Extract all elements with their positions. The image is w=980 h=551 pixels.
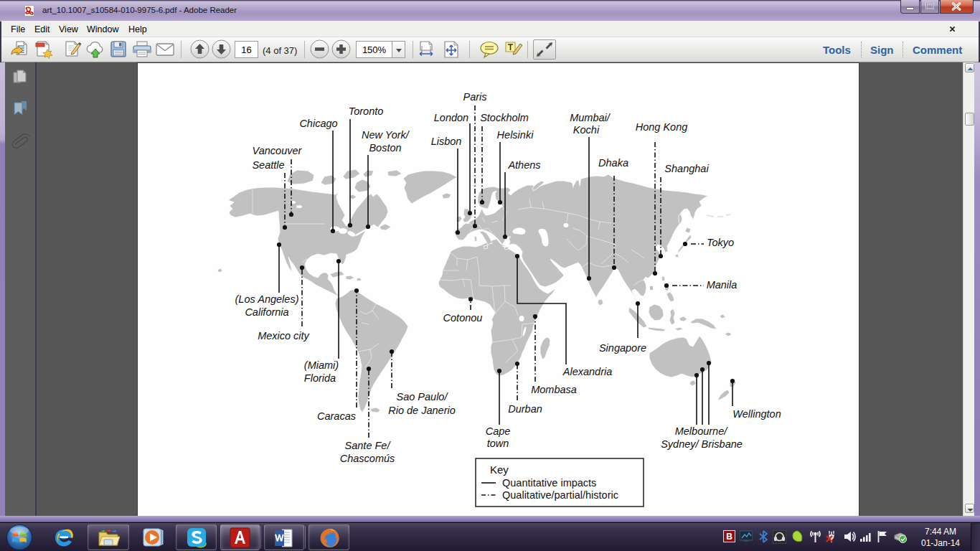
svg-text:Chicago: Chicago xyxy=(299,118,337,129)
svg-text:Qualitative/partial/historic: Qualitative/partial/historic xyxy=(502,489,618,501)
svg-text:New York/: New York/ xyxy=(362,129,410,141)
svg-text:Helsinki: Helsinki xyxy=(497,129,534,141)
svg-text:Vancouver: Vancouver xyxy=(253,145,303,156)
svg-text:Mexico city: Mexico city xyxy=(258,330,309,342)
svg-text:Chascomús: Chascomús xyxy=(340,453,395,464)
svg-text:Mumbai/: Mumbai/ xyxy=(570,112,611,123)
svg-text:Alexandria: Alexandria xyxy=(562,366,613,377)
svg-text:Toronto: Toronto xyxy=(349,105,384,117)
svg-text:Rio de Janerio: Rio de Janerio xyxy=(388,405,456,416)
svg-text:Manila: Manila xyxy=(707,279,738,291)
svg-text:Dhaka: Dhaka xyxy=(598,157,628,169)
svg-text:Lisbon: Lisbon xyxy=(431,136,462,147)
svg-text:Wellington: Wellington xyxy=(732,408,781,420)
svg-text:(Miami): (Miami) xyxy=(304,359,339,371)
svg-text:Sydney/ Brisbane: Sydney/ Brisbane xyxy=(661,438,743,450)
svg-text:Singapore: Singapore xyxy=(599,342,646,354)
svg-text:B: B xyxy=(726,532,732,542)
svg-text:Athens: Athens xyxy=(507,159,540,171)
svg-text:Cape: Cape xyxy=(486,425,511,437)
svg-text:Paris: Paris xyxy=(463,91,486,103)
svg-text:Tokyo: Tokyo xyxy=(707,237,734,248)
svg-text:Mombasa: Mombasa xyxy=(531,384,577,395)
svg-text:Quantitative impacts: Quantitative impacts xyxy=(502,477,596,489)
svg-text:London: London xyxy=(434,112,468,123)
svg-text:Durban: Durban xyxy=(508,403,542,415)
svg-text:Florida: Florida xyxy=(304,372,336,384)
svg-text:town: town xyxy=(487,438,509,449)
svg-text:Boston: Boston xyxy=(369,142,401,154)
svg-text:Caracas: Caracas xyxy=(317,410,356,422)
svg-text:Stockholm: Stockholm xyxy=(480,112,529,123)
svg-text:Key: Key xyxy=(490,463,509,476)
svg-text:Sao Paulo/: Sao Paulo/ xyxy=(397,391,449,402)
svg-text:(Los Angeles): (Los Angeles) xyxy=(235,293,299,305)
svg-text:Sante Fe/: Sante Fe/ xyxy=(345,440,392,451)
svg-text:Kochi: Kochi xyxy=(573,124,600,136)
svg-text:Cotonou: Cotonou xyxy=(443,312,483,324)
svg-text:California: California xyxy=(245,306,288,318)
svg-text:Hong Kong: Hong Kong xyxy=(636,121,688,133)
svg-text:Melbourne/: Melbourne/ xyxy=(675,425,729,437)
svg-text:Shanghai: Shanghai xyxy=(664,163,709,174)
svg-text:Seattle: Seattle xyxy=(252,159,284,171)
